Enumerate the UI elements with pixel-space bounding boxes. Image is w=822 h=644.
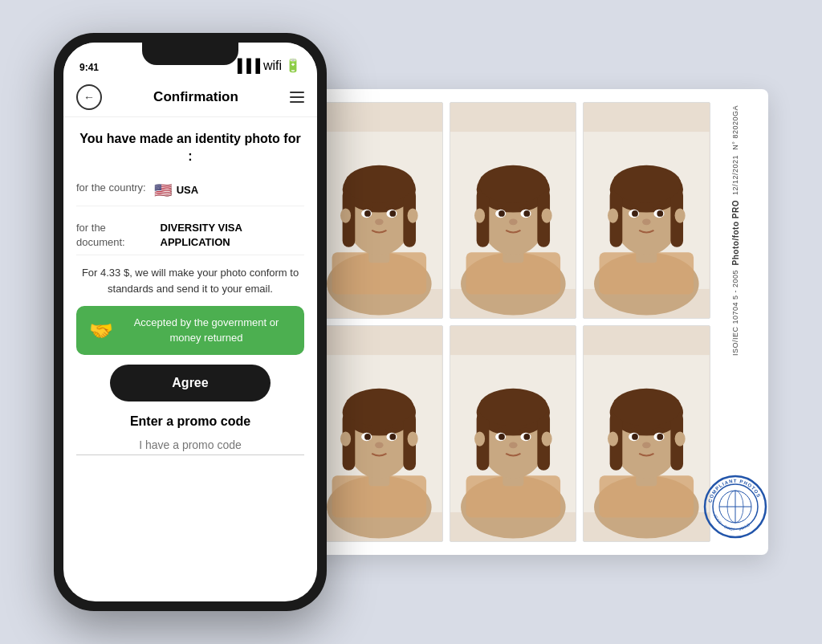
svg-point-45 xyxy=(657,210,664,217)
svg-point-28 xyxy=(498,210,505,217)
guarantee-text: Accepted by the government or money retu… xyxy=(121,316,291,344)
passport-photo-5 xyxy=(450,325,577,542)
sheet-standard: ISO/IEC 10704 5 - 2005 xyxy=(731,270,739,356)
serial-number: N° 82020GA xyxy=(731,105,739,150)
guarantee-icon: 🤝 xyxy=(89,320,113,342)
phone: 9:41 ▐▐▐ wifi 🔋 ← Confirmation xyxy=(54,33,327,611)
svg-point-92 xyxy=(632,434,638,440)
photo-grid xyxy=(315,102,710,542)
svg-point-62 xyxy=(375,442,383,448)
sheet-brand: Photo/foto PRO xyxy=(731,200,740,265)
app-content: You have made an identity photo for : fo… xyxy=(63,117,317,601)
status-icons: ▐▐▐ wifi 🔋 xyxy=(233,58,301,73)
svg-point-89 xyxy=(612,389,682,426)
svg-point-94 xyxy=(642,442,650,448)
promo-input[interactable] xyxy=(76,435,304,455)
svg-point-12 xyxy=(364,210,371,217)
country-label: for the country: xyxy=(76,181,146,195)
sheet-date: 12/12/2021 xyxy=(731,155,739,195)
country-name: USA xyxy=(177,183,198,198)
signal-icon: ▐▐▐ xyxy=(233,59,260,73)
svg-point-29 xyxy=(523,210,530,217)
confirm-title: You have made an identity photo for : xyxy=(76,130,304,166)
svg-point-30 xyxy=(509,218,517,225)
scene: 9:41 ▐▐▐ wifi 🔋 ← Confirmation xyxy=(0,0,822,644)
battery-icon: 🔋 xyxy=(285,58,301,73)
svg-point-76 xyxy=(498,434,505,440)
passport-photo-6 xyxy=(583,325,710,542)
svg-point-47 xyxy=(608,208,618,222)
svg-point-44 xyxy=(632,210,638,217)
svg-point-15 xyxy=(340,208,351,222)
svg-point-31 xyxy=(474,208,485,222)
svg-point-77 xyxy=(523,434,530,440)
svg-point-25 xyxy=(478,165,547,203)
header-title: Confirmation xyxy=(153,89,238,105)
svg-point-73 xyxy=(478,389,547,426)
passport-photo-3 xyxy=(583,102,710,319)
price-text: For 4.33 $, we will make your photo conf… xyxy=(76,265,304,296)
svg-point-14 xyxy=(375,218,383,225)
app-header: ← Confirmation xyxy=(63,78,317,117)
svg-point-79 xyxy=(474,431,485,446)
svg-point-48 xyxy=(675,208,686,222)
menu-line-1 xyxy=(290,92,304,93)
wifi-icon: wifi xyxy=(263,59,282,73)
menu-line-3 xyxy=(290,101,304,103)
passport-photo-2 xyxy=(450,102,577,319)
country-value: 🇺🇸 USA xyxy=(154,181,198,201)
compliance-stamp: COMPLIANT PHOTOS ICAO · OACI · sMAO xyxy=(703,475,767,539)
svg-point-95 xyxy=(608,431,618,446)
menu-button[interactable] xyxy=(290,92,304,103)
svg-point-60 xyxy=(364,434,371,440)
document-value: DIVERSITY VISA APPLICATION xyxy=(161,221,304,250)
promo-title: Enter a promo code xyxy=(130,414,250,429)
svg-point-41 xyxy=(612,165,682,203)
svg-point-93 xyxy=(657,434,664,440)
sheet-sidebar: N° 82020GA 12/12/2021 Photo/foto PRO ISO… xyxy=(715,102,755,542)
guarantee-banner: 🤝 Accepted by the government or money re… xyxy=(76,306,304,354)
country-flag: 🇺🇸 xyxy=(154,181,172,201)
svg-point-16 xyxy=(408,208,418,222)
phone-inner: 9:41 ▐▐▐ wifi 🔋 ← Confirmation xyxy=(63,43,317,601)
photo-sheet: N° 82020GA 12/12/2021 Photo/foto PRO ISO… xyxy=(303,89,768,555)
svg-point-96 xyxy=(675,431,686,446)
passport-photo-1 xyxy=(315,102,443,319)
svg-point-78 xyxy=(509,442,517,448)
document-row: for the document: DIVERSITY VISA APPLICA… xyxy=(76,216,304,255)
country-row: for the country: 🇺🇸 USA xyxy=(76,176,304,206)
back-button[interactable]: ← xyxy=(76,84,102,110)
status-time: 9:41 xyxy=(79,62,99,73)
svg-point-9 xyxy=(344,165,413,203)
svg-point-80 xyxy=(541,431,551,446)
document-label: for the document: xyxy=(76,221,153,250)
phone-screen: 9:41 ▐▐▐ wifi 🔋 ← Confirmation xyxy=(63,43,317,601)
promo-section: Enter a promo code xyxy=(76,411,304,455)
phone-notch xyxy=(142,43,238,65)
menu-line-2 xyxy=(290,96,304,98)
svg-point-13 xyxy=(389,210,396,217)
svg-point-63 xyxy=(340,431,351,446)
back-arrow-icon: ← xyxy=(83,91,95,104)
svg-point-64 xyxy=(408,431,418,446)
svg-point-57 xyxy=(344,389,413,426)
svg-point-32 xyxy=(541,208,551,222)
agree-button[interactable]: Agree xyxy=(110,365,271,401)
svg-point-46 xyxy=(642,218,650,225)
passport-photo-4 xyxy=(315,325,443,542)
svg-point-61 xyxy=(389,434,396,440)
